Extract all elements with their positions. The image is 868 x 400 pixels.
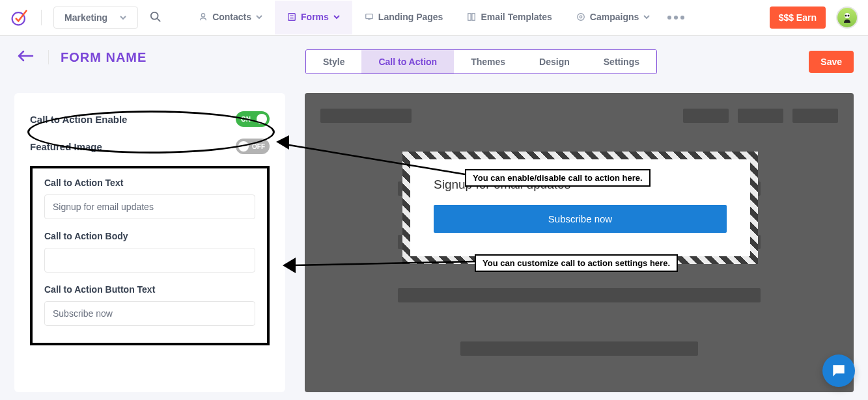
skeleton-block xyxy=(683,109,729,123)
nav-email-templates-label: Email Templates xyxy=(481,12,552,22)
tab-settings[interactable]: Settings xyxy=(587,50,656,73)
workspace-select[interactable]: Marketing xyxy=(53,7,138,29)
tab-design[interactable]: Design xyxy=(522,50,587,73)
divider xyxy=(41,10,42,25)
cta-body-group: Call to Action Body xyxy=(44,231,255,273)
tab-call-to-action[interactable]: Call to Action xyxy=(361,50,454,73)
nav-email-templates[interactable]: Email Templates xyxy=(455,1,563,34)
svg-point-1 xyxy=(151,12,158,19)
main-nav: Contacts Forms Landing Pages Email Templ… xyxy=(186,1,763,34)
preview-skeleton-header xyxy=(320,109,838,123)
featured-image-label: Featured Image xyxy=(30,141,102,152)
divider xyxy=(48,50,49,64)
target-icon xyxy=(576,12,586,22)
featured-image-row: Featured Image OFF xyxy=(30,139,270,154)
toggle-knob xyxy=(257,114,267,124)
svg-line-2 xyxy=(158,18,161,21)
workspace-select-label: Marketing xyxy=(64,12,107,23)
form-icon xyxy=(287,12,297,22)
chat-launcher[interactable] xyxy=(822,354,855,387)
search-icon xyxy=(150,11,161,23)
cta-body-input[interactable] xyxy=(44,248,255,273)
cta-text-input[interactable] xyxy=(44,194,255,219)
chevron-down-icon xyxy=(255,13,263,21)
template-icon xyxy=(466,12,477,22)
cta-settings-box: Call to Action Text Call to Action Body … xyxy=(30,166,270,345)
topbar: Marketing Contacts Forms Landing Pages E… xyxy=(0,0,868,36)
cta-enable-row: Call to Action Enable ON xyxy=(30,111,270,127)
svg-rect-4 xyxy=(288,14,296,21)
skeleton-block xyxy=(792,109,838,123)
user-icon xyxy=(198,12,208,22)
cta-preview-button[interactable]: Subscribe now xyxy=(434,205,727,233)
preview-area: Signup for email updates Subscribe now xyxy=(305,93,854,392)
monitor-icon xyxy=(364,12,374,22)
avatar-image xyxy=(841,11,854,24)
svg-rect-7 xyxy=(366,14,373,19)
chevron-down-icon xyxy=(643,13,651,21)
featured-image-toggle[interactable]: OFF xyxy=(236,139,270,154)
svg-point-14 xyxy=(845,15,847,17)
cta-text-group: Call to Action Text xyxy=(44,178,255,219)
svg-rect-10 xyxy=(472,14,475,21)
nav-contacts-label: Contacts xyxy=(212,12,251,22)
nav-campaigns-label: Campaigns xyxy=(590,12,639,22)
tab-bar: Style Call to Action Themes Design Setti… xyxy=(305,49,657,74)
skeleton-block xyxy=(460,341,699,356)
back-button[interactable] xyxy=(14,47,36,67)
tab-style[interactable]: Style xyxy=(306,50,361,73)
nav-landing-pages-label: Landing Pages xyxy=(378,12,443,22)
nav-more[interactable] xyxy=(662,10,690,25)
cta-preview-box: Signup for email updates Subscribe now xyxy=(402,152,758,264)
cta-button-text-input[interactable] xyxy=(44,301,255,326)
page-title: FORM NAME xyxy=(61,50,147,65)
avatar[interactable] xyxy=(836,7,858,29)
cta-body-label: Call to Action Body xyxy=(44,231,255,241)
settings-panel: Call to Action Enable ON Featured Image … xyxy=(14,93,285,392)
app-logo[interactable] xyxy=(10,8,29,27)
chevron-down-icon xyxy=(119,14,127,21)
search-button[interactable] xyxy=(145,6,167,30)
earn-button[interactable]: $$$ Earn xyxy=(770,7,826,29)
arrow-left-icon xyxy=(17,50,34,62)
nav-forms[interactable]: Forms xyxy=(275,1,352,34)
annotation-customize-text: You can customize call to action setting… xyxy=(475,254,678,272)
skeleton-block xyxy=(398,288,761,302)
toggle-off-text: OFF xyxy=(252,143,265,150)
cta-text-label: Call to Action Text xyxy=(44,178,255,188)
cta-button-text-label: Call to Action Button Text xyxy=(44,284,255,295)
annotation-enable-text: You can enable/disable call to action he… xyxy=(465,169,651,187)
main: Call to Action Enable ON Featured Image … xyxy=(0,80,868,400)
svg-rect-9 xyxy=(468,14,471,21)
toggle-on-text: ON xyxy=(241,116,251,123)
topbar-right: $$$ Earn xyxy=(770,7,858,29)
toggle-knob xyxy=(238,141,249,152)
nav-campaigns[interactable]: Campaigns xyxy=(564,1,662,34)
svg-point-3 xyxy=(202,14,205,17)
cta-enable-label: Call to Action Enable xyxy=(30,114,127,125)
cta-enable-toggle[interactable]: ON xyxy=(236,111,270,127)
nav-landing-pages[interactable]: Landing Pages xyxy=(352,1,455,34)
tab-themes[interactable]: Themes xyxy=(454,50,522,73)
chat-icon xyxy=(830,362,847,379)
svg-point-11 xyxy=(578,14,585,21)
cta-button-text-group: Call to Action Button Text xyxy=(44,284,255,326)
skeleton-block xyxy=(738,109,783,123)
nav-forms-label: Forms xyxy=(301,12,329,22)
chevron-down-icon xyxy=(333,13,341,21)
skeleton-block xyxy=(320,109,412,123)
save-button[interactable]: Save xyxy=(809,51,854,73)
svg-point-12 xyxy=(580,16,582,18)
svg-point-15 xyxy=(848,15,850,17)
nav-contacts[interactable]: Contacts xyxy=(186,1,275,34)
